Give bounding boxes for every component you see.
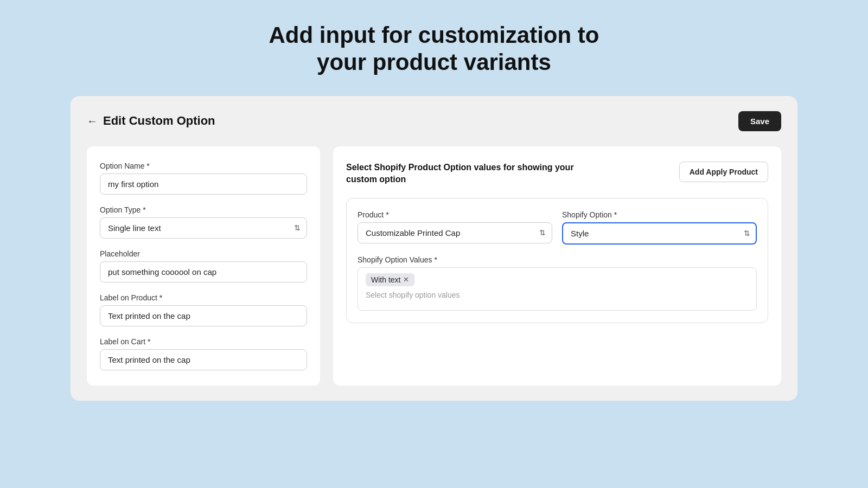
card-header-left: ← Edit Custom Option	[87, 114, 215, 128]
product-section: Product * Customizable Printed Cap ⇅ Sho…	[346, 198, 768, 323]
tag-chip-with-text: With text ✕	[366, 273, 414, 286]
product-field: Product * Customizable Printed Cap ⇅	[358, 210, 552, 245]
save-button[interactable]: Save	[738, 111, 781, 131]
shopify-option-label: Shopify Option *	[562, 210, 757, 219]
product-field-label: Product *	[358, 210, 552, 219]
card-body: Option Name * Option Type * Single line …	[87, 146, 781, 386]
back-arrow-icon[interactable]: ←	[87, 115, 98, 127]
label-on-product-group: Label on Product *	[100, 293, 307, 326]
placeholder-group: Placeholder	[100, 249, 307, 282]
option-name-input[interactable]	[100, 174, 307, 195]
label-on-cart-label: Label on Cart *	[100, 337, 307, 346]
shopify-option-values-section: Shopify Option Values * With text ✕ Sele…	[358, 255, 757, 311]
right-panel-title: Select Shopify Product Option values for…	[346, 162, 574, 186]
tag-close-icon[interactable]: ✕	[403, 275, 409, 284]
label-on-cart-input[interactable]	[100, 349, 307, 370]
shopify-option-values-input-box[interactable]: With text ✕ Select shopify option values	[358, 267, 757, 311]
card-header: ← Edit Custom Option Save	[87, 111, 781, 131]
shopify-option-values-label: Shopify Option Values *	[358, 255, 757, 264]
label-on-product-input[interactable]	[100, 305, 307, 326]
option-type-select-wrapper: Single line text ⇅	[100, 217, 307, 239]
option-type-group: Option Type * Single line text ⇅	[100, 206, 307, 239]
shopify-option-values-placeholder: Select shopify option values	[366, 291, 749, 299]
product-shopify-row: Product * Customizable Printed Cap ⇅ Sho…	[358, 210, 757, 245]
option-type-label: Option Type *	[100, 206, 307, 214]
shopify-option-select[interactable]: Style	[562, 222, 757, 245]
main-card: ← Edit Custom Option Save Option Name * …	[71, 96, 797, 401]
option-name-label: Option Name *	[100, 162, 307, 170]
edit-custom-option-title: Edit Custom Option	[103, 114, 215, 128]
left-panel: Option Name * Option Type * Single line …	[87, 146, 320, 386]
shopify-option-select-wrapper: Style ⇅	[562, 222, 757, 245]
option-name-group: Option Name *	[100, 162, 307, 195]
add-apply-product-button[interactable]: Add Apply Product	[679, 162, 768, 182]
placeholder-label: Placeholder	[100, 249, 307, 258]
product-select-wrapper: Customizable Printed Cap ⇅	[358, 222, 552, 243]
shopify-option-field: Shopify Option * Style ⇅	[562, 210, 757, 245]
right-panel: Select Shopify Product Option values for…	[333, 146, 781, 386]
placeholder-input[interactable]	[100, 261, 307, 282]
option-type-select[interactable]: Single line text	[100, 217, 307, 239]
label-on-cart-group: Label on Cart *	[100, 337, 307, 370]
right-panel-header: Select Shopify Product Option values for…	[346, 162, 768, 186]
page-title: Add input for customization to your prod…	[269, 22, 599, 76]
tag-chip-label: With text	[371, 275, 400, 284]
product-select[interactable]: Customizable Printed Cap	[358, 222, 552, 243]
label-on-product-label: Label on Product *	[100, 293, 307, 302]
